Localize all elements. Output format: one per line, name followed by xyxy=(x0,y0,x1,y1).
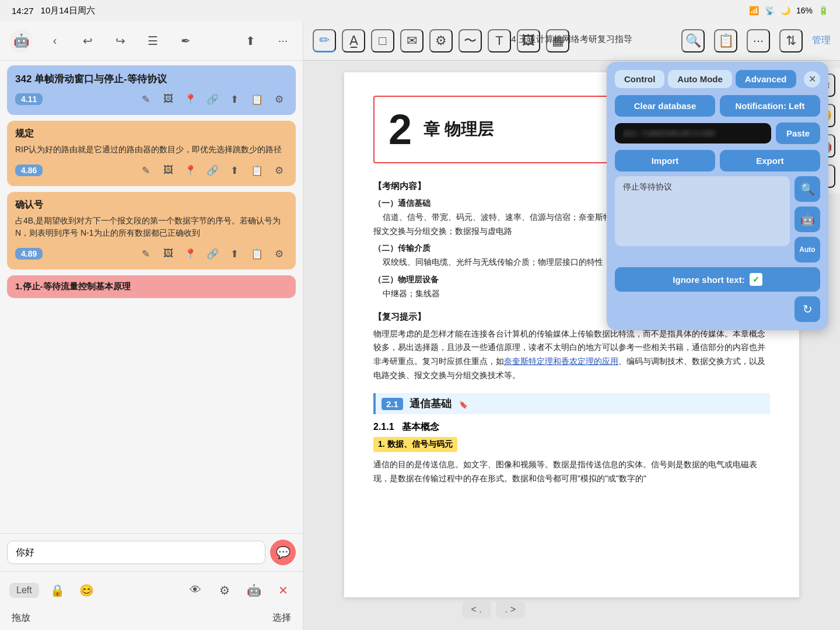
search-icon-btn[interactable]: 🔍 xyxy=(794,176,820,202)
pin-icon[interactable]: 📍 xyxy=(181,90,199,108)
section-2-1: 2.1 通信基础 🔖 xyxy=(373,393,770,414)
bookmark-tool-icon[interactable]: 📋 xyxy=(714,29,737,52)
smiley-icon[interactable]: 😊 xyxy=(76,580,97,601)
section-num: 2.1 xyxy=(382,398,403,410)
bookmark-icon: 🔖 xyxy=(459,401,468,409)
pen-tool-icon[interactable]: ✏ xyxy=(313,29,336,52)
text-tool-icon[interactable]: A̲ xyxy=(342,29,365,52)
settings-icon-2[interactable]: ⚙ xyxy=(270,162,288,179)
copy-icon-3[interactable]: 📋 xyxy=(248,245,265,262)
copy-icon-2[interactable]: 📋 xyxy=(248,162,265,179)
pdf-title: 4 王道计算机网络考研复习指导 xyxy=(511,34,632,45)
card-pink-title: 1.停止-等待流量控制基本原理 xyxy=(15,281,288,292)
fp-btn-row-1: Clear database Notification: Left xyxy=(615,95,820,117)
text2-tool-icon[interactable]: T xyxy=(488,29,511,52)
left-label[interactable]: Left xyxy=(9,583,39,598)
close-icon[interactable]: ✕ xyxy=(272,580,293,601)
robot-icon[interactable]: 🤖 xyxy=(243,580,264,601)
card-header-title: 342 单帧滑动窗口与停止-等待协议 xyxy=(15,72,288,86)
rt-right-btns: 🔍 📋 ··· ⇅ 管理 xyxy=(681,29,831,52)
up-icon[interactable]: ⬆ xyxy=(226,90,243,108)
chapter-text: 章 物理层 xyxy=(424,118,494,141)
more-tool-icon[interactable]: ··· xyxy=(747,29,770,52)
fp-tab-row: Control Auto Mode Advanced ✕ xyxy=(615,70,820,88)
control-tab[interactable]: Control xyxy=(615,70,664,88)
clear-database-button[interactable]: Clear database xyxy=(615,95,715,117)
robot-icon-btn[interactable]: 🤖 xyxy=(794,206,820,232)
lock-icon[interactable]: 🔒 xyxy=(47,580,68,601)
card-orange-1-title: 规定 xyxy=(15,128,288,140)
card-icons: ✎ 🖼 📍 🔗 ⬆ 📋 ⚙ xyxy=(137,90,288,108)
link-icon-3[interactable]: 🔗 xyxy=(204,245,221,262)
battery-icon: 🔋 xyxy=(818,6,828,15)
paste-button[interactable]: Paste xyxy=(776,123,820,144)
notification-button[interactable]: Notification: Left xyxy=(720,95,820,117)
check-icon: ✓ xyxy=(750,273,762,286)
right-panel: ✏ A̲ □ ✉ ⚙ 〜 T 🖼 ▦ 4 王道计算机网络考研复习指导 🔍 📋 ·… xyxy=(303,21,840,630)
notes-textarea[interactable]: 停止等待协议 xyxy=(615,176,790,246)
edit-icon-2[interactable]: ✎ xyxy=(137,162,155,179)
search-tool-icon[interactable]: 🔍 xyxy=(681,29,705,52)
card-tag-2: 4.86 xyxy=(15,164,43,176)
drag-label: 拖放 xyxy=(12,612,30,624)
advanced-tab[interactable]: Advanced xyxy=(736,70,796,88)
link-icon-2[interactable]: 🔗 xyxy=(204,162,221,179)
back-button[interactable]: ‹ xyxy=(44,30,65,51)
main-layout: 🤖 ‹ ↩ ↪ ☰ ✒ ⬆ ··· 342 单帧滑动窗口与停止-等待协议 4.1… xyxy=(0,21,840,630)
copy-icon[interactable]: 📋 xyxy=(248,90,265,108)
import-button[interactable]: Import xyxy=(615,150,715,172)
more-button[interactable]: ··· xyxy=(272,30,293,51)
list-button[interactable]: ☰ xyxy=(142,30,163,51)
up-icon-2[interactable]: ⬆ xyxy=(226,162,243,179)
mail-tool-icon[interactable]: ✉ xyxy=(400,29,424,52)
gear-icon[interactable]: ⚙ xyxy=(214,580,235,601)
adjust-icon[interactable]: ⇅ xyxy=(779,29,803,52)
redo-button[interactable]: ↪ xyxy=(110,30,131,51)
panel-close-button[interactable]: ✕ xyxy=(804,71,820,88)
edit-icon[interactable]: ✎ xyxy=(137,90,155,108)
card-orange-2: 确认号 占4B,是期望收到对方下一个报文段的第一个数据字节的序号。若确认号为 N… xyxy=(7,192,296,270)
settings-icon-3[interactable]: ⚙ xyxy=(270,245,288,262)
status-time: 14:27 xyxy=(12,6,34,16)
card-tag-3: 4.89 xyxy=(15,248,43,260)
pin-icon-2[interactable]: 📍 xyxy=(181,162,199,179)
link-icon[interactable]: 🔗 xyxy=(204,90,221,108)
card-tag: 4.11 xyxy=(15,93,43,105)
wave-tool-icon[interactable]: 〜 xyxy=(459,29,482,52)
send-button[interactable]: 💬 xyxy=(270,540,296,565)
automode-tab[interactable]: Auto Mode xyxy=(668,70,732,88)
image-icon-3[interactable]: 🖼 xyxy=(159,245,177,262)
api-key-input[interactable] xyxy=(615,123,771,144)
image-icon[interactable]: 🖼 xyxy=(159,90,177,108)
refresh-button[interactable]: ↻ xyxy=(794,296,820,322)
pen-button[interactable]: ✒ xyxy=(175,30,196,51)
card-bottom-row: 4.86 ✎ 🖼 📍 🔗 ⬆ 📋 ⚙ xyxy=(15,162,288,179)
settings-tool-icon[interactable]: ⚙ xyxy=(429,29,453,52)
status-date: 10月14日周六 xyxy=(41,5,95,16)
avatar: 🤖 xyxy=(9,29,33,52)
status-right: 📶 📡 🌙 16% 🔋 xyxy=(749,6,828,15)
signal-icon: 📡 xyxy=(765,6,775,15)
edit-icon-3[interactable]: ✎ xyxy=(137,245,155,262)
text-input[interactable] xyxy=(7,541,265,564)
card-header-meta: 4.11 ✎ 🖼 📍 🔗 ⬆ 📋 ⚙ xyxy=(15,90,288,108)
next-arrow[interactable]: . > xyxy=(496,601,525,618)
settings-icon[interactable]: ⚙ xyxy=(270,90,288,108)
chapter-number: 2 xyxy=(388,108,412,150)
ignore-short-text-row[interactable]: Ignore short text: ✓ xyxy=(615,267,820,292)
export-button[interactable]: Export xyxy=(720,150,820,172)
up-icon-3[interactable]: ⬆ xyxy=(226,245,243,262)
prev-arrow[interactable]: < . xyxy=(462,601,491,618)
auto-button[interactable]: Auto xyxy=(794,237,820,262)
floating-panel: Control Auto Mode Advanced ✕ Clear datab… xyxy=(607,62,828,330)
share-button[interactable]: ⬆ xyxy=(240,30,261,51)
shape-tool-icon[interactable]: □ xyxy=(371,29,394,52)
highlight-item: 1. 数据、信号与码元 xyxy=(373,437,457,452)
nav-arrows: < . . > xyxy=(462,601,525,618)
eye-icon[interactable]: 👁 xyxy=(185,580,206,601)
undo-button[interactable]: ↩ xyxy=(77,30,98,51)
pin-icon-3[interactable]: 📍 xyxy=(181,245,199,262)
left-panel: 🤖 ‹ ↩ ↪ ☰ ✒ ⬆ ··· 342 单帧滑动窗口与停止-等待协议 4.1… xyxy=(0,21,303,630)
manage-button[interactable]: 管理 xyxy=(812,34,831,47)
image-icon-2[interactable]: 🖼 xyxy=(159,162,177,179)
